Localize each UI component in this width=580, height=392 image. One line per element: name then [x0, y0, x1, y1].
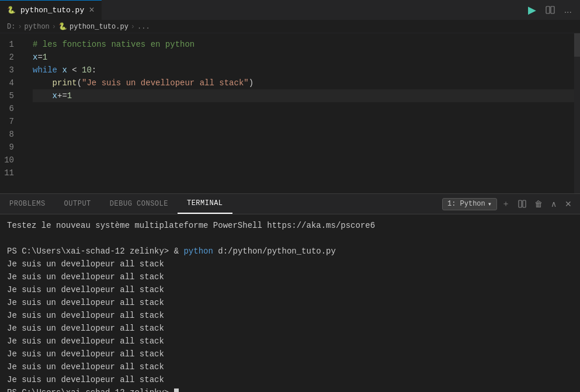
terminal-selector-label: 1: Python — [447, 200, 485, 208]
python-file-icon: 🐍 — [7, 6, 16, 15]
terminal-content[interactable]: Testez le nouveau système multiplateform… — [0, 214, 580, 392]
code-line-9 — [33, 141, 574, 154]
terminal-output-line: Je suis un devellopeur all stack — [7, 360, 573, 373]
breadcrumb-sep2: › — [52, 23, 56, 31]
code-line-2: x=1 — [33, 51, 574, 64]
terminal-output-line: Je suis un devellopeur all stack — [7, 296, 573, 309]
terminal-command-line: PS C:\Users\xai-schad-12 zelinky> & pyth… — [7, 245, 573, 258]
panels-area: PROBLEMS OUTPUT DEBUG CONSOLE TERMINAL 1… — [0, 193, 580, 392]
tab-output[interactable]: OUTPUT — [55, 194, 100, 214]
terminal-cursor — [174, 388, 179, 392]
new-terminal-button[interactable]: ＋ — [498, 196, 513, 211]
code-editor[interactable]: # les fonctions natives en pythonx=1whil… — [28, 33, 574, 193]
terminal-output-line: Je suis un devellopeur all stack — [7, 309, 573, 322]
tab-python-tuto[interactable]: 🐍 python_tuto.py × — [0, 0, 102, 20]
breadcrumb-sep1: › — [18, 23, 22, 31]
svg-rect-3 — [523, 200, 526, 207]
svg-rect-2 — [519, 200, 522, 207]
terminal-output-line: Je suis un devellopeur all stack — [7, 270, 573, 283]
panel-tab-actions: 1: Python ▾ ＋ 🗑 ∧ ✕ — [442, 196, 580, 211]
kill-terminal-button[interactable]: 🗑 — [531, 197, 546, 211]
panel-tabs: PROBLEMS OUTPUT DEBUG CONSOLE TERMINAL 1… — [0, 194, 580, 214]
terminal-output-line: Je suis un devellopeur all stack — [7, 348, 573, 360]
svg-rect-0 — [546, 6, 550, 13]
code-line-8 — [33, 128, 574, 141]
breadcrumb-filename: python_tuto.py — [70, 23, 128, 31]
terminal-output-line: Je suis un devellopeur all stack — [7, 373, 573, 386]
collapse-panel-button[interactable]: ∧ — [547, 197, 560, 211]
code-line-10 — [33, 154, 574, 166]
tab-debug-console[interactable]: DEBUG CONSOLE — [100, 194, 178, 214]
svg-rect-1 — [551, 6, 554, 13]
terminal-output-line: Je suis un devellopeur all stack — [7, 322, 573, 335]
split-terminal-button[interactable] — [515, 197, 530, 210]
line-numbers: 1234567891011 — [0, 33, 28, 193]
tab-terminal[interactable]: TERMINAL — [178, 194, 232, 214]
breadcrumb-folder: python — [25, 23, 50, 31]
breadcrumb-ellipsis: ... — [137, 23, 150, 31]
terminal-output-line: Je suis un devellopeur all stack — [7, 283, 573, 296]
code-line-3: while x < 10: — [33, 64, 574, 77]
tab-bar: 🐍 python_tuto.py × ▶ ... — [0, 0, 580, 20]
code-line-4: print("Je suis un devellopeur all stack"… — [33, 77, 574, 89]
breadcrumb-sep3: › — [131, 23, 135, 31]
breadcrumb-file-icon: 🐍 — [58, 22, 67, 31]
split-editor-button[interactable] — [542, 3, 558, 17]
split-icon — [546, 5, 555, 15]
minimap-highlight — [574, 33, 580, 57]
terminal-final-prompt: PS C:\Users\xai-schad-12 zelinky> — [7, 386, 573, 392]
tab-problems[interactable]: PROBLEMS — [0, 194, 55, 214]
code-line-6 — [33, 102, 574, 115]
terminal-system-msg: Testez le nouveau système multiplateform… — [7, 219, 573, 232]
terminal-output-line: Je suis un devellopeur all stack — [7, 258, 573, 270]
split-terminal-icon — [518, 200, 526, 208]
terminal-selector[interactable]: 1: Python ▾ — [442, 198, 497, 210]
code-line-1: # les fonctions natives en python — [33, 38, 574, 51]
minimap — [574, 33, 580, 193]
run-button[interactable]: ▶ — [525, 1, 540, 19]
chevron-down-icon: ▾ — [488, 200, 492, 209]
code-line-7 — [33, 115, 574, 128]
code-line-11 — [33, 166, 574, 179]
close-panel-button[interactable]: ✕ — [561, 197, 575, 211]
breadcrumb: D: › python › 🐍 python_tuto.py › ... — [0, 20, 580, 33]
tab-close-button[interactable]: × — [89, 6, 95, 15]
editor-area: 1234567891011 # les fonctions natives en… — [0, 33, 580, 193]
terminal-output-line: Je suis un devellopeur all stack — [7, 335, 573, 348]
editor-toolbar: ▶ ... — [525, 1, 580, 19]
code-line-5: x+=1 — [33, 89, 574, 102]
breadcrumb-drive: D: — [7, 23, 15, 31]
more-actions-button[interactable]: ... — [561, 2, 575, 18]
tab-filename: python_tuto.py — [20, 6, 84, 15]
